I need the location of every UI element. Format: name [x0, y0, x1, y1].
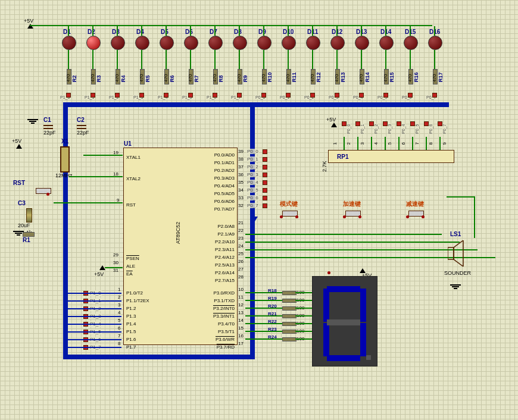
led-d7: [208, 36, 223, 50]
rst-label: RST: [13, 180, 25, 186]
res-r24: [282, 337, 297, 341]
sounder-icon: [448, 240, 472, 267]
rp1-val: 2.7K: [322, 161, 327, 172]
led-d8: [233, 36, 247, 50]
led-ref-4: D5: [161, 29, 168, 35]
rst-dot: [46, 193, 49, 196]
c2-sym2: [77, 128, 86, 129]
r1-sym: [23, 232, 35, 237]
btn-label-mode: 模式键: [280, 200, 298, 208]
seg-g: [327, 319, 360, 325]
led-d11: [306, 36, 320, 50]
led-d3: [111, 36, 125, 50]
wire-vcc-top: [30, 25, 432, 26]
x1-sym: [60, 146, 70, 173]
res-r19: [282, 299, 297, 303]
c1-sym: [43, 125, 53, 126]
seg-f: [323, 289, 329, 322]
led-d16: [428, 36, 442, 50]
seg-d: [327, 355, 360, 361]
mcu-ref: U1: [124, 140, 132, 147]
vcc-reset-arrow: [16, 144, 22, 149]
c1-val: 22pF: [43, 130, 56, 136]
led-d14: [379, 36, 394, 50]
xtal1-lbl: XTAL1: [126, 155, 141, 160]
seg-c: [360, 323, 366, 356]
res-r18: [282, 291, 297, 295]
c2-val: 22pF: [77, 130, 89, 136]
res-r22: [282, 322, 297, 326]
wire-xtal2: [69, 176, 123, 177]
seg-anode-dot: [327, 271, 330, 274]
rst-pin-lbl: RST: [126, 202, 136, 208]
led-d5: [160, 36, 174, 50]
led-ref-3: D4: [136, 29, 144, 35]
led-d6: [184, 36, 198, 50]
c1-ref: C1: [43, 117, 51, 123]
seg-e: [323, 323, 329, 356]
led-d9: [257, 36, 272, 50]
led-ref-5: D6: [185, 29, 193, 35]
led-d12: [330, 36, 345, 50]
c1-sym2: [43, 128, 53, 129]
bus-horizontal: [63, 102, 449, 107]
x1-ref: X1: [61, 138, 68, 145]
x1-val: 12MHz: [55, 173, 73, 178]
led-ref-1: D2: [88, 29, 95, 35]
wire-btn-down: [474, 196, 475, 238]
xtal2-lbl: XTAL2: [126, 176, 141, 181]
wire-rst: [54, 202, 123, 203]
btn-label-down: 减速键: [406, 200, 424, 208]
c2-ref: C2: [77, 117, 85, 123]
led-d10: [282, 36, 296, 50]
c3-sym: [26, 208, 32, 222]
rp1-ref: RP1: [337, 153, 348, 160]
led-d15: [404, 36, 418, 50]
res-r20: [282, 306, 297, 311]
led-ref-0: D1: [63, 29, 71, 35]
vcc-label: +5V: [24, 18, 33, 24]
vcc-rp1: [331, 123, 337, 127]
wire-xtal1: [83, 155, 123, 156]
led-ref-8: D9: [258, 29, 266, 35]
btn-label-up: 加速键: [343, 200, 361, 208]
c3-val: 20uF: [18, 222, 30, 228]
res-r23: [282, 330, 297, 334]
led-ref-7: D8: [234, 29, 242, 35]
vcc-rp1-lbl: +5V: [326, 117, 336, 123]
seg-b: [360, 289, 366, 322]
led-d2: [86, 36, 101, 50]
seg-dp: [366, 355, 371, 360]
gnd-r1: [13, 231, 24, 232]
led-d13: [355, 36, 369, 50]
led-ref-2: D3: [112, 29, 120, 35]
vcc-reset-label: +5V: [12, 138, 21, 144]
bus-bottom: [63, 355, 255, 359]
sounder-label: SOUNDER: [444, 270, 471, 276]
c3-ref: C3: [18, 200, 26, 206]
mcu-part: AT89C52: [175, 222, 181, 244]
bus-vertical: [250, 102, 255, 359]
gnd-caps: [27, 119, 38, 120]
wire-btn-top: [447, 196, 475, 198]
seg-a: [327, 286, 360, 292]
svg-rect-0: [448, 247, 454, 259]
seven-seg-display: [312, 276, 377, 366]
led-d1: [62, 36, 76, 50]
res-r21: [282, 314, 297, 318]
ls1-ref: LS1: [450, 231, 461, 237]
r1-ref: R1: [23, 237, 30, 243]
led-d4: [135, 36, 149, 50]
c2-sym: [77, 125, 86, 126]
vcc-ea-lbl: +5V: [94, 271, 104, 277]
led-ref-6: D7: [210, 29, 217, 35]
wire-ea: [105, 267, 123, 268]
gnd-sounder: [450, 284, 461, 286]
